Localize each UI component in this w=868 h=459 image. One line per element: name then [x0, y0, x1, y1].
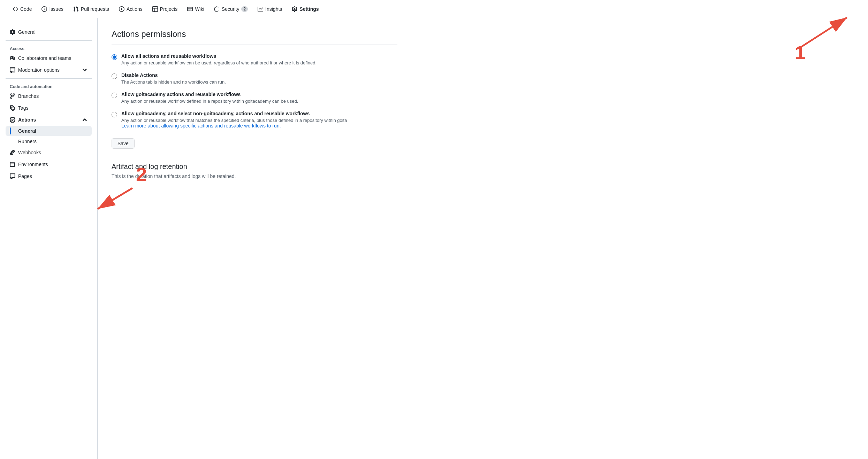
radio-input-1[interactable]: [112, 54, 117, 60]
sidebar-sub-actions-general[interactable]: General: [6, 126, 92, 136]
sidebar-general-label: General: [18, 29, 36, 35]
nav-insights[interactable]: Insights: [253, 3, 286, 15]
main-content: Actions permissions Allow all actions an…: [98, 18, 411, 459]
nav-wiki[interactable]: Wiki: [183, 3, 208, 15]
radio-link-4[interactable]: Learn more about allowing specific actio…: [121, 123, 281, 129]
artifact-desc: This is the duration that artifacts and …: [112, 173, 397, 179]
security-badge: 2: [241, 6, 248, 12]
radio-desc-2: The Actions tab is hidden and no workflo…: [121, 79, 226, 85]
sidebar-moderation-label: Moderation options: [18, 67, 60, 73]
sidebar-item-branches[interactable]: Branches: [6, 91, 92, 102]
radio-label-3: Allow goitacademy actions and reusable w…: [121, 92, 298, 97]
sidebar-collaborators-label: Collaborators and teams: [18, 55, 71, 61]
radio-desc-3: Any action or reusable workflow defined …: [121, 99, 298, 104]
sidebar-item-general[interactable]: General: [6, 26, 92, 38]
chevron-up-icon: [82, 117, 87, 123]
sidebar-item-collaborators[interactable]: Collaborators and teams: [6, 53, 92, 64]
nav-issues-label: Issues: [49, 6, 63, 12]
nav-code-label: Code: [20, 6, 32, 12]
radio-option-2: Disable Actions The Actions tab is hidde…: [112, 72, 397, 85]
nav-security-label: Security: [222, 6, 239, 12]
sidebar-item-pages[interactable]: Pages: [6, 171, 92, 182]
chevron-down-icon: [82, 67, 87, 73]
radio-input-3[interactable]: [112, 93, 117, 98]
sidebar-code-section: Code and automation: [6, 81, 92, 91]
nav-wiki-label: Wiki: [195, 6, 204, 12]
radio-option-4: Allow goitacademy, and select non-goitac…: [112, 111, 397, 129]
page-layout: General Access Collaborators and teams M…: [0, 18, 868, 459]
radio-label-1: Allow all actions and reusable workflows: [121, 53, 317, 59]
svg-point-1: [12, 32, 13, 32]
sidebar-item-webhooks[interactable]: Webhooks: [6, 147, 92, 158]
nav-settings-label: Settings: [299, 6, 319, 12]
sidebar-pages-label: Pages: [18, 173, 32, 179]
nav-projects-label: Projects: [160, 6, 178, 12]
top-navigation: Code Issues Pull requests Actions Projec…: [0, 0, 868, 18]
radio-label-4: Allow goitacademy, and select non-goitac…: [121, 111, 347, 116]
sidebar: General Access Collaborators and teams M…: [0, 18, 98, 459]
sidebar-sub-runners[interactable]: Runners: [6, 137, 92, 146]
radio-label-2: Disable Actions: [121, 72, 226, 78]
sidebar-tags-label: Tags: [18, 105, 29, 111]
nav-settings[interactable]: Settings: [288, 3, 323, 15]
nav-pr-label: Pull requests: [81, 6, 109, 12]
sidebar-branches-label: Branches: [18, 93, 39, 99]
radio-desc-4: Any action or reusable workflow that mat…: [121, 118, 347, 123]
title-divider: [112, 45, 397, 45]
nav-code[interactable]: Code: [8, 3, 36, 15]
sidebar-environments-label: Environments: [18, 162, 48, 167]
sidebar-webhooks-label: Webhooks: [18, 150, 41, 155]
nav-pull-requests[interactable]: Pull requests: [69, 3, 113, 15]
page-title: Actions permissions: [112, 29, 397, 39]
sidebar-item-actions[interactable]: Actions: [6, 114, 92, 125]
radio-option-3: Allow goitacademy actions and reusable w…: [112, 92, 397, 104]
sidebar-access-section: Access: [6, 44, 92, 53]
nav-projects[interactable]: Projects: [148, 3, 182, 15]
radio-desc-1: Any action or reusable workflow can be u…: [121, 60, 317, 65]
radio-input-2[interactable]: [112, 73, 117, 79]
save-button[interactable]: Save: [112, 138, 135, 149]
sidebar-item-environments[interactable]: Environments: [6, 159, 92, 170]
sidebar-divider-2: [6, 78, 92, 79]
sidebar-sub-runners-label: Runners: [18, 139, 37, 144]
radio-input-4[interactable]: [112, 112, 117, 117]
nav-issues[interactable]: Issues: [37, 3, 67, 15]
artifact-section: Artifact and log retention This is the d…: [112, 163, 397, 179]
sidebar-sub-general-label: General: [18, 128, 36, 134]
nav-security[interactable]: Security 2: [210, 3, 252, 15]
sidebar-item-moderation[interactable]: Moderation options: [6, 64, 92, 76]
radio-option-1: Allow all actions and reusable workflows…: [112, 53, 397, 65]
nav-actions[interactable]: Actions: [115, 3, 147, 15]
sidebar-divider-1: [6, 40, 92, 41]
nav-insights-label: Insights: [265, 6, 282, 12]
sidebar-item-tags[interactable]: Tags: [6, 102, 92, 114]
sidebar-actions-label: Actions: [18, 117, 36, 123]
artifact-title: Artifact and log retention: [112, 163, 397, 171]
nav-actions-label: Actions: [127, 6, 143, 12]
